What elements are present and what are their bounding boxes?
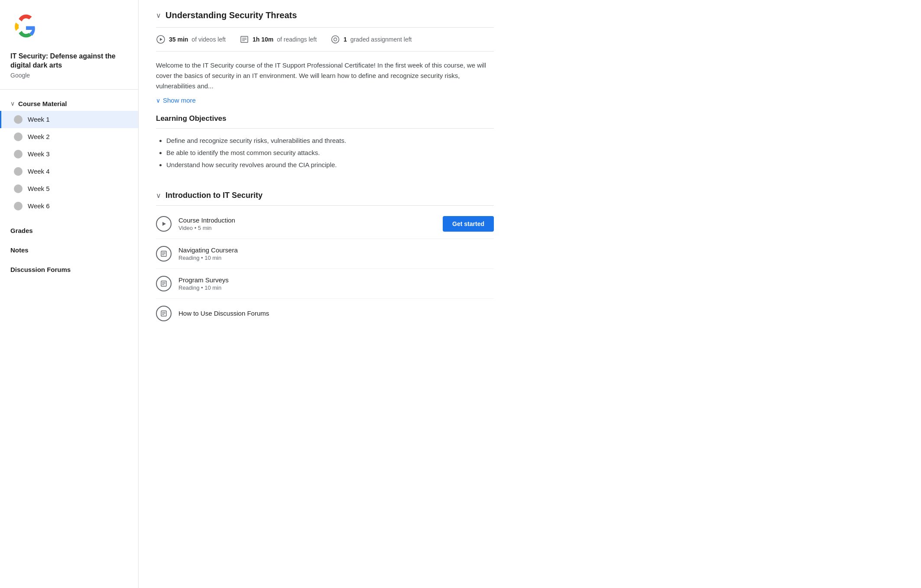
reading-item-icon-2 [156,276,172,291]
sidebar-item-week3[interactable]: Week 3 [0,145,138,163]
stats-bar: 35 min of videos left 1h 10m of readings… [156,28,494,52]
intro-section-chevron-icon[interactable]: ∨ [156,191,161,200]
course-material-chevron-icon: ∨ [10,100,15,107]
sidebar-nav: Grades Notes Discussion Forums [0,222,138,278]
week6-label: Week 6 [28,202,50,210]
week6-dot [14,202,23,210]
course-info: IT Security: Defense against the digital… [0,52,138,89]
course-material-title: Course Material [18,100,67,107]
navigating-meta: Reading • 10 min [178,255,494,261]
course-provider: Google [10,72,128,79]
course-intro-title: Course Introduction [178,216,436,224]
course-item-surveys: Program Surveys Reading • 10 min [156,269,494,299]
week5-dot [14,184,23,193]
google-logo-icon [10,10,42,42]
navigating-title: Navigating Coursera [178,246,494,254]
readings-stat-text: of readings left [277,36,317,43]
video-item-icon [156,216,172,232]
week1-label: Week 1 [28,116,50,123]
show-more-label: Show more [163,97,196,104]
section-title: Understanding Security Threats [165,10,297,20]
svg-point-8 [334,38,337,41]
sidebar-item-week5[interactable]: Week 5 [0,180,138,197]
sidebar-item-week2[interactable]: Week 2 [0,128,138,145]
week2-dot [14,132,23,141]
section-header: ∨ Understanding Security Threats [156,0,494,28]
video-stat: 35 min of videos left [156,35,226,44]
svg-marker-9 [162,222,166,226]
graded-stat-bold: 1 [344,36,347,43]
readings-stat: 1h 10m of readings left [240,35,317,44]
objective-item: Define and recognize security risks, vul… [166,136,494,146]
description-text: Welcome to the IT Security course of the… [156,60,494,91]
course-item-navigating: Navigating Coursera Reading • 10 min [156,239,494,269]
surveys-meta: Reading • 10 min [178,284,494,291]
sidebar-item-week6[interactable]: Week 6 [0,197,138,215]
svg-point-7 [332,36,339,43]
week4-dot [14,167,23,176]
objectives-divider [156,128,494,129]
sidebar-item-week1[interactable]: Week 1 [0,111,138,128]
week5-label: Week 5 [28,185,50,192]
svg-marker-2 [160,38,162,41]
week1-dot [14,115,23,124]
course-item-discussion-forums: How to Use Discussion Forums [156,299,494,328]
discussion-forums-info: How to Use Discussion Forums [178,310,494,318]
graded-stat-text: graded assignment left [350,36,412,43]
show-more-button[interactable]: ∨ Show more [156,97,196,104]
main-content-area: ∨ Understanding Security Threats 35 min … [139,0,921,588]
learning-objectives-title: Learning Objectives [156,114,494,123]
video-stat-bold: 35 min [169,36,188,43]
week3-label: Week 3 [28,150,50,158]
week2-label: Week 2 [28,133,50,140]
sidebar-item-discussion[interactable]: Discussion Forums [10,261,128,278]
readings-icon [240,35,249,44]
course-intro-info: Course Introduction Video • 5 min [178,216,436,231]
sidebar-divider [0,89,138,90]
surveys-title: Program Surveys [178,276,494,284]
readings-stat-bold: 1h 10m [253,36,273,43]
sidebar-item-grades[interactable]: Grades [10,222,128,239]
video-icon [156,35,165,44]
google-logo-area [0,10,138,52]
sidebar: IT Security: Defense against the digital… [0,0,139,588]
intro-section-title: Introduction to IT Security [165,191,263,200]
objective-item: Understand how security revolves around … [166,160,494,170]
objective-item: Be able to identify the most common secu… [166,148,494,158]
graded-icon [331,35,340,44]
course-intro-meta: Video • 5 min [178,225,436,231]
reading-item-icon-3 [156,306,172,321]
sidebar-item-week4[interactable]: Week 4 [0,163,138,180]
week4-label: Week 4 [28,168,50,175]
course-item-introduction: Course Introduction Video • 5 min Get st… [156,209,494,239]
video-stat-text: of videos left [191,36,226,43]
learning-objectives-section: Learning Objectives Define and recognize… [156,114,494,170]
main-content: ∨ Understanding Security Threats 35 min … [139,0,511,328]
discussion-forums-title: How to Use Discussion Forums [178,310,494,317]
course-material-toggle[interactable]: ∨ Course Material [0,97,138,111]
course-title: IT Security: Defense against the digital… [10,52,128,70]
reading-item-icon-1 [156,246,172,262]
week-list: Week 1 Week 2 Week 3 Week 4 Week 5 Week … [0,111,138,215]
surveys-info: Program Surveys Reading • 10 min [178,276,494,291]
show-more-chevron-icon: ∨ [156,97,160,104]
week3-dot [14,150,23,158]
intro-section-header: ∨ Introduction to IT Security [156,184,494,206]
graded-stat: 1 graded assignment left [331,35,412,44]
objectives-list: Define and recognize security risks, vul… [156,136,494,170]
sidebar-item-notes[interactable]: Notes [10,241,128,259]
navigating-info: Navigating Coursera Reading • 10 min [178,246,494,261]
get-started-button[interactable]: Get started [443,216,494,232]
section-chevron-icon[interactable]: ∨ [156,11,161,19]
